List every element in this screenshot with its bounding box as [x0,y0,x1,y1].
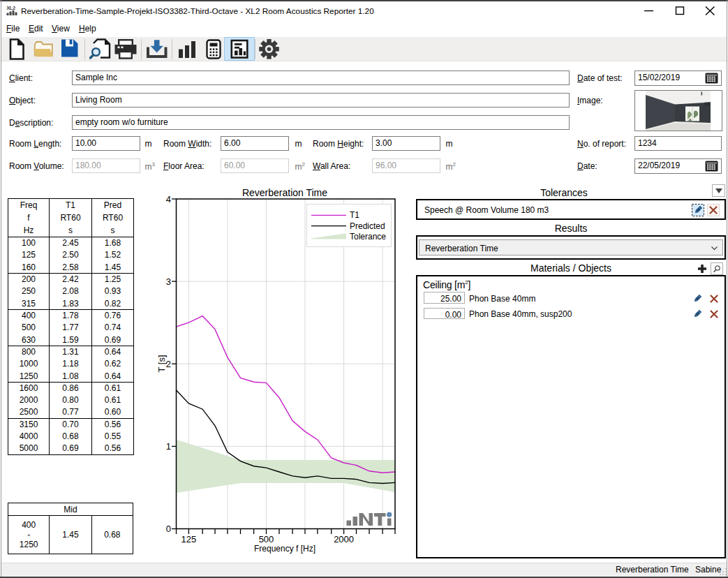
svg-text:Reverberation Time: Reverberation Time [242,187,327,198]
svg-text:T1: T1 [350,210,359,220]
svg-text:T [s]: T [s] [156,355,167,372]
svg-text:0: 0 [166,524,171,534]
svg-text:3: 3 [166,276,171,287]
svg-text:Frequency f [Hz]: Frequency f [Hz] [254,544,315,554]
svg-text:Tolerance: Tolerance [350,232,386,242]
svg-text:Predicted: Predicted [350,221,385,231]
svg-text:1: 1 [166,441,171,452]
svg-text:4: 4 [166,194,171,205]
svg-text:125: 125 [181,534,197,544]
svg-text:500: 500 [259,534,274,544]
svg-text:XL2: XL2 [6,5,15,11]
svg-text:2000: 2000 [334,534,354,544]
